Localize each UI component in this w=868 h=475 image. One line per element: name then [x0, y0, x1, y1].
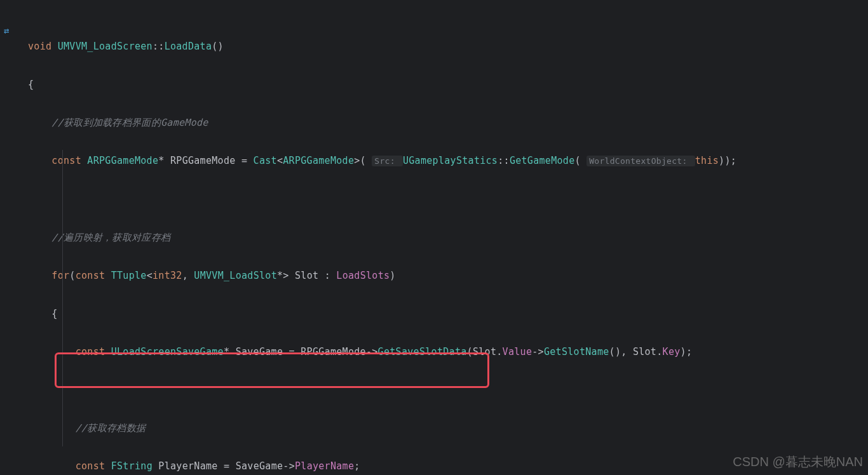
ptr: *>: [277, 270, 295, 281]
type: FString: [111, 460, 153, 472]
var: RPGGameMode: [170, 155, 236, 166]
func-name: LoadData: [165, 41, 212, 52]
func: GetGameMode: [510, 155, 575, 166]
keyword: for: [28, 270, 69, 281]
keyword: void: [28, 41, 58, 52]
brace: {: [28, 79, 34, 90]
angle: >(: [354, 155, 372, 166]
indent: [28, 346, 76, 358]
dot: .: [496, 346, 502, 358]
var: RPGGameMode: [301, 346, 366, 358]
var: Slot: [473, 346, 496, 358]
func: GetSaveSlotData: [378, 346, 467, 358]
var: PlayerName: [158, 460, 217, 472]
type: ARPGGameMode: [87, 155, 158, 166]
type: TTuple: [111, 270, 147, 281]
watermark: CSDN @暮志未晚NAN: [733, 452, 863, 471]
editor-gutter: ⇄: [0, 0, 19, 475]
comment: //遍历映射，获取对应存档: [28, 232, 170, 243]
this-kw: this: [695, 155, 719, 166]
paren: (: [69, 270, 75, 281]
member: Key: [663, 346, 681, 358]
angle: <: [277, 155, 283, 166]
comment: //获取到加载存档界面的GameMode: [28, 117, 208, 128]
code-line[interactable]: //获取存档数据: [28, 418, 868, 438]
keyword: const: [28, 155, 87, 166]
var: SaveGame: [236, 460, 283, 472]
dot: .: [656, 346, 662, 358]
arrow: ->: [366, 346, 378, 358]
keyword: const: [76, 346, 111, 358]
code-line[interactable]: [28, 380, 868, 399]
func: Cast: [254, 155, 277, 166]
code-line[interactable]: //获取到加载存档界面的GameMode: [28, 113, 868, 132]
colon: :: [318, 270, 336, 281]
paren: (: [575, 155, 587, 166]
code-line[interactable]: [28, 190, 868, 209]
param-hint: WorldContextObject:: [587, 156, 695, 166]
class-name: UMVVM_LoadScreen: [58, 41, 153, 52]
comment: //获取存档数据: [28, 422, 146, 434]
paren: ): [390, 270, 395, 281]
member: Value: [503, 346, 532, 358]
brace: {: [28, 308, 58, 319]
op: =: [218, 460, 236, 472]
scope-op: ::: [153, 41, 165, 52]
type: ARPGGameMode: [283, 155, 354, 166]
param-hint: Src:: [372, 156, 403, 166]
func: GetSlotName: [544, 346, 609, 358]
member: PlayerName: [295, 460, 354, 472]
sp: [153, 460, 158, 472]
paren: (: [467, 346, 473, 358]
indent-guide: [62, 150, 63, 446]
code-editor[interactable]: void UMVVM_LoadScreen::LoadData() { //获取…: [0, 0, 868, 475]
code-line[interactable]: {: [28, 304, 868, 323]
type: ULoadScreenSaveGame: [111, 346, 224, 358]
angle: <: [147, 270, 153, 281]
code-line[interactable]: for(const TTuple<int32, UMVVM_LoadSlot*>…: [28, 266, 868, 285]
code-line[interactable]: void UMVVM_LoadScreen::LoadData(): [28, 37, 868, 56]
var: Slot: [295, 270, 318, 281]
scope: ::: [498, 155, 510, 166]
keyword: const: [76, 460, 111, 472]
semi: ;: [354, 460, 360, 472]
op: =: [283, 346, 301, 358]
code-line[interactable]: const ULoadScreenSaveGame* SaveGame = RP…: [28, 342, 868, 361]
end: ));: [719, 155, 736, 166]
ptr: *: [158, 155, 170, 166]
code-line[interactable]: {: [28, 75, 868, 94]
code-line[interactable]: const ARPGGameMode* RPGGameMode = Cast<A…: [28, 151, 868, 171]
type: int32: [153, 270, 182, 281]
type: UMVVM_LoadSlot: [194, 270, 277, 281]
keyword: const: [76, 270, 111, 281]
paren: (),: [609, 346, 633, 358]
ptr: *: [224, 346, 236, 358]
code-line[interactable]: //遍历映射，获取对应存档: [28, 228, 868, 247]
op: =: [236, 155, 254, 166]
comma: ,: [182, 270, 194, 281]
parens: (): [212, 41, 224, 52]
end: );: [681, 346, 693, 358]
arrow: ->: [532, 346, 544, 358]
var: Slot: [633, 346, 656, 358]
gutter-marker-icon[interactable]: ⇄: [4, 21, 9, 40]
indent: [28, 460, 76, 472]
member: LoadSlots: [336, 270, 390, 281]
var: SaveGame: [236, 346, 283, 358]
class: UGameplayStatics: [403, 155, 498, 166]
arrow: ->: [283, 460, 295, 472]
